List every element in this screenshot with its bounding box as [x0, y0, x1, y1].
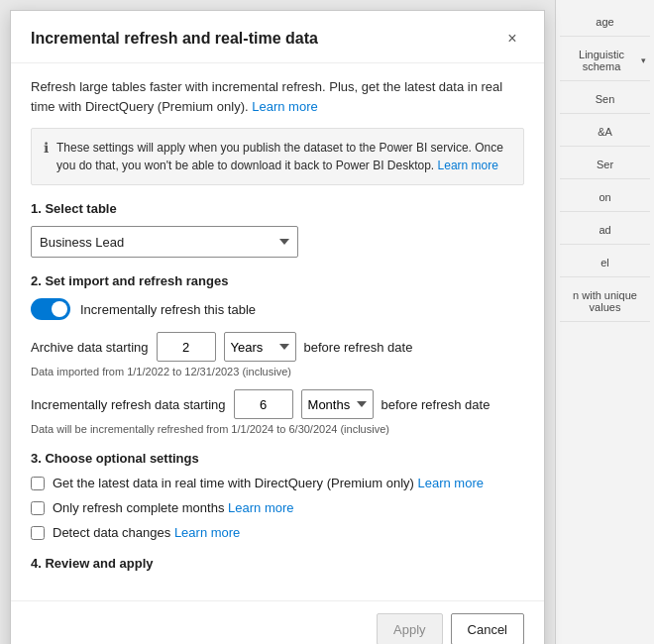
section2-title: 2. Set import and refresh ranges [31, 273, 524, 288]
info-learn-more-link[interactable]: Learn more [438, 159, 498, 172]
archive-date-info: Data imported from 1/1/2022 to 12/31/202… [31, 366, 524, 377]
panel-qa: &A [560, 118, 650, 147]
table-select[interactable]: Business Lead [31, 226, 298, 258]
checkbox-row-1: Get the latest data in real time with Di… [31, 476, 524, 490]
detect-changes-checkbox[interactable] [31, 526, 45, 540]
intro-learn-more-link[interactable]: Learn more [252, 99, 317, 114]
checkbox2-learn-more-link[interactable]: Learn more [228, 500, 293, 515]
panel-linguistic[interactable]: Linguistic schema ▾ [560, 41, 650, 81]
archive-unit-select[interactable]: Days Years Months [224, 332, 296, 362]
close-button[interactable]: × [500, 27, 524, 51]
dialog-footer: Apply Cancel [11, 600, 544, 644]
panel-on: on [560, 183, 650, 212]
toggle-row: Incrementally refresh this table [31, 298, 524, 320]
dialog-title: Incremental refresh and real-time data [31, 30, 318, 48]
info-box-text: These settings will apply when you publi… [56, 139, 511, 174]
apply-button[interactable]: Apply [377, 613, 443, 644]
archive-suffix: before refresh date [304, 340, 413, 355]
info-box: ℹ These settings will apply when you pub… [31, 128, 524, 185]
panel-el: el [560, 249, 650, 277]
section-review: 4. Review and apply [31, 556, 524, 571]
dialog-header: Incremental refresh and real-time data × [11, 11, 544, 63]
directquery-label: Get the latest data in real time with Di… [53, 476, 484, 490]
section1-title: 1. Select table [31, 201, 524, 216]
panel-linguistic-label: Linguistic schema [564, 49, 639, 72]
archive-value-input[interactable] [157, 332, 216, 362]
checkbox-row-3: Detect data changes Learn more [31, 525, 524, 540]
panel-unique: n with unique values [560, 281, 650, 322]
incremental-row: Incrementally refresh data starting Days… [31, 389, 524, 419]
section-refresh-ranges: 2. Set import and refresh ranges Increme… [31, 273, 524, 435]
checkbox-row-2: Only refresh complete months Learn more [31, 500, 524, 515]
section-optional-settings: 3. Choose optional settings Get the late… [31, 451, 524, 540]
chevron-down-icon: ▾ [641, 55, 646, 65]
dialog-body: Refresh large tables faster with increme… [11, 63, 544, 600]
incremental-value-input[interactable] [234, 389, 293, 419]
incremental-refresh-dialog: Incremental refresh and real-time data ×… [10, 10, 545, 644]
panel-age: age [560, 8, 650, 37]
incremental-settings: Archive data starting Days Years Months … [31, 332, 524, 435]
incremental-label: Incrementally refresh data starting [31, 397, 226, 412]
archive-label: Archive data starting [31, 340, 149, 355]
info-icon: ℹ [44, 140, 49, 156]
section4-title: 4. Review and apply [31, 556, 524, 571]
incremental-unit-select[interactable]: Days Months Years [301, 389, 374, 419]
incremental-suffix: before refresh date [382, 397, 490, 412]
intro-text: Refresh large tables faster with increme… [31, 77, 524, 116]
directquery-checkbox[interactable] [31, 477, 45, 490]
incremental-toggle[interactable] [31, 298, 70, 320]
checkbox3-learn-more-link[interactable]: Learn more [174, 525, 240, 540]
section-select-table: 1. Select table Business Lead [31, 201, 524, 258]
checkbox1-learn-more-link[interactable]: Learn more [417, 476, 483, 490]
complete-months-checkbox[interactable] [31, 501, 45, 515]
panel-ad: ad [560, 216, 650, 245]
panel-ser: Ser [560, 151, 650, 179]
toggle-knob [52, 301, 67, 317]
detect-changes-label: Detect data changes Learn more [53, 525, 240, 540]
cancel-button[interactable]: Cancel [451, 613, 524, 644]
incremental-date-info: Data will be incrementally refreshed fro… [31, 423, 524, 435]
complete-months-label: Only refresh complete months Learn more [53, 500, 294, 515]
right-panel: age Linguistic schema ▾ Sen &A Ser on ad… [555, 0, 654, 644]
archive-row: Archive data starting Days Years Months … [31, 332, 524, 362]
panel-sen: Sen [560, 85, 650, 114]
section3-title: 3. Choose optional settings [31, 451, 524, 466]
toggle-label: Incrementally refresh this table [80, 302, 256, 317]
